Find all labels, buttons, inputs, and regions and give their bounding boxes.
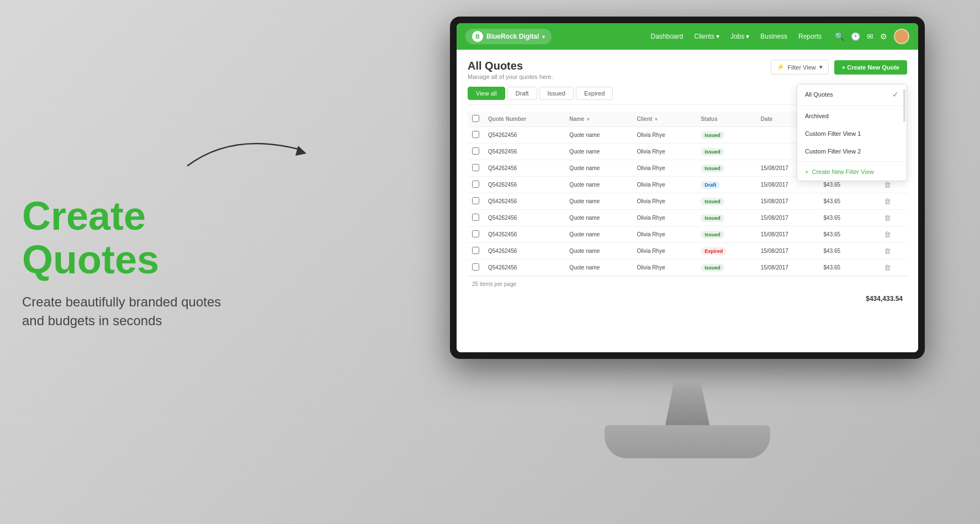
brand-pill[interactable]: B BlueRock Digital ▾ (465, 29, 552, 44)
cell-quote-number: Q54262456 (484, 127, 565, 144)
create-new-quote-button[interactable]: + Create New Quote (834, 60, 907, 75)
main-heading: Create Quotes (22, 194, 287, 282)
row-checkbox[interactable] (472, 131, 479, 138)
cell-status: Issued (696, 160, 756, 177)
nav-dashboard[interactable]: Dashboard (651, 33, 684, 40)
table-row[interactable]: Q54262456 Quote name Olivia Rhye Issued … (468, 260, 907, 276)
create-filter-view-button[interactable]: + Create New Filter View (797, 163, 907, 181)
status-badge: Issued (701, 264, 724, 272)
filter-view-button[interactable]: ⚡ Filter View ▾ (771, 60, 829, 75)
clients-chevron-icon: ▾ (716, 33, 719, 40)
row-checkbox[interactable] (472, 181, 479, 188)
cell-status: Issued (696, 144, 756, 160)
dropdown-item-custom-1[interactable]: Custom Filter View 1 (797, 125, 907, 142)
cell-client: Olivia Rhye (633, 226, 697, 243)
total-amount: $434,433.54 (468, 292, 907, 306)
cell-name: Quote name (565, 226, 632, 243)
cell-date: 15/08/2017 (756, 210, 819, 226)
cell-delete[interactable]: 🗑 (880, 210, 907, 226)
cell-quote-number: Q54262456 (484, 177, 565, 193)
cell-name: Quote name (565, 243, 632, 260)
table-row[interactable]: Q54262456 Quote name Olivia Rhye Issued … (468, 226, 907, 243)
cell-date: 15/08/2017 (756, 226, 819, 243)
cell-delete[interactable]: 🗑 (880, 193, 907, 210)
sub-heading: Create beautifully branded quotesand bud… (22, 293, 287, 330)
cell-name: Quote name (565, 210, 632, 226)
monitor-wrapper: B BlueRock Digital ▾ Dashboard Clients ▾… (450, 17, 947, 502)
dropdown-scrollbar[interactable] (903, 89, 905, 122)
status-badge: Expired (701, 247, 727, 255)
tab-issued[interactable]: Issued (539, 87, 574, 100)
nav-reports[interactable]: Reports (798, 33, 822, 40)
page-header: All Quotes Manage all of your quotes her… (468, 60, 907, 80)
brand-logo: B (472, 31, 483, 42)
status-badge: Issued (701, 165, 724, 172)
tab-view-all[interactable]: View all (468, 87, 505, 100)
client-sort-icon[interactable]: ▾ (655, 117, 658, 122)
cell-name: Quote name (565, 260, 632, 276)
create-filter-label: Create New Filter View (812, 168, 873, 175)
row-checkbox[interactable] (472, 197, 479, 204)
cell-status: Expired (696, 243, 756, 260)
check-icon: ✓ (892, 90, 899, 99)
col-name: Name ▾ (565, 112, 632, 127)
mail-icon[interactable]: ✉ (867, 32, 873, 41)
delete-icon[interactable]: 🗑 (884, 181, 891, 189)
cell-quote-number: Q54262456 (484, 144, 565, 160)
filter-dropdown: All Quotes ✓ Archived Custom Filter View… (797, 84, 907, 181)
svg-marker-0 (295, 146, 306, 156)
cell-date: 15/08/2017 (756, 260, 819, 276)
cell-delete[interactable]: 🗑 (880, 243, 907, 260)
cell-name: Quote name (565, 177, 632, 193)
tab-draft[interactable]: Draft (507, 87, 537, 100)
cell-name: Quote name (565, 144, 632, 160)
cell-status: Issued (696, 210, 756, 226)
status-badge: Issued (701, 214, 724, 222)
left-panel: Create Quotes Create beautifully branded… (0, 0, 309, 524)
row-checkbox[interactable] (472, 214, 479, 221)
row-checkbox[interactable] (472, 247, 479, 254)
row-checkbox[interactable] (472, 164, 479, 171)
row-checkbox[interactable] (472, 263, 479, 271)
cell-amount: $43.65 (819, 226, 880, 243)
user-avatar[interactable] (894, 29, 909, 44)
brand-chevron-icon: ▾ (542, 34, 545, 40)
status-badge: Issued (701, 231, 724, 239)
plus-icon: + (805, 168, 808, 175)
cell-delete[interactable]: 🗑 (880, 226, 907, 243)
row-checkbox[interactable] (472, 147, 479, 155)
nav-clients[interactable]: Clients ▾ (694, 33, 719, 40)
delete-icon[interactable]: 🗑 (884, 247, 891, 255)
delete-icon[interactable]: 🗑 (884, 230, 891, 239)
name-sort-icon[interactable]: ▾ (587, 117, 590, 122)
monitor-neck (665, 381, 709, 425)
table-row[interactable]: Q54262456 Quote name Olivia Rhye Issued … (468, 193, 907, 210)
col-quote-number: Quote Number (484, 112, 565, 127)
cell-status: Issued (696, 193, 756, 210)
select-all-checkbox[interactable] (472, 115, 479, 122)
table-row[interactable]: Q54262456 Quote name Olivia Rhye Issued … (468, 210, 907, 226)
nav-jobs[interactable]: Jobs ▾ (730, 33, 749, 40)
content-area: All Quotes Manage all of your quotes her… (457, 50, 918, 352)
filter-chevron-icon: ▾ (819, 63, 823, 71)
dropdown-item-all-quotes[interactable]: All Quotes ✓ (797, 84, 907, 104)
cell-amount: $43.65 (819, 260, 880, 276)
search-icon[interactable]: 🔍 (835, 32, 844, 41)
cell-name: Quote name (565, 193, 632, 210)
clock-icon[interactable]: 🕐 (851, 32, 860, 41)
dropdown-item-archived[interactable]: Archived (797, 107, 907, 125)
status-badge: Draft (701, 181, 720, 189)
nav-business[interactable]: Business (760, 33, 787, 40)
delete-icon[interactable]: 🗑 (884, 214, 891, 222)
tab-expired[interactable]: Expired (576, 87, 613, 100)
table-row[interactable]: Q54262456 Quote name Olivia Rhye Expired… (468, 243, 907, 260)
delete-icon[interactable]: 🗑 (884, 197, 891, 205)
cell-delete[interactable]: 🗑 (880, 260, 907, 276)
settings-icon[interactable]: ⚙ (880, 32, 887, 41)
row-checkbox[interactable] (472, 230, 479, 237)
page-subtitle: Manage all of your quotes here. (468, 73, 553, 80)
filter-label: Filter View (788, 64, 816, 71)
status-badge: Issued (701, 198, 724, 205)
dropdown-item-custom-2[interactable]: Custom Filter View 2 (797, 142, 907, 160)
delete-icon[interactable]: 🗑 (884, 263, 891, 272)
